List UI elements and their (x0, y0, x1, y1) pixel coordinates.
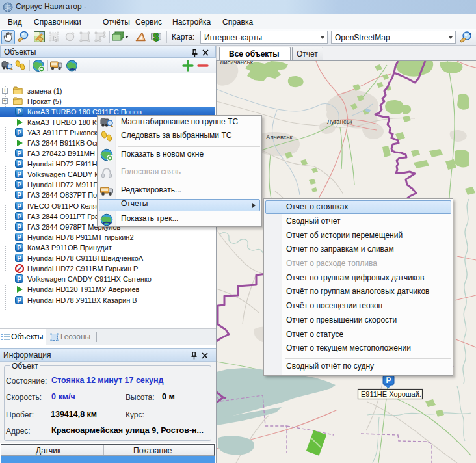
svg-text:Алчевськ: Алчевськ (266, 133, 293, 140)
svg-text:Луганськ: Луганськ (327, 118, 353, 125)
svg-text:P: P (386, 376, 391, 385)
svg-text:$: $ (153, 31, 159, 44)
svg-text:Лисичанськ: Лисичанськ (220, 61, 254, 66)
svg-text:Е911НЕ Хорошай.: Е911НЕ Хорошай. (361, 390, 421, 398)
